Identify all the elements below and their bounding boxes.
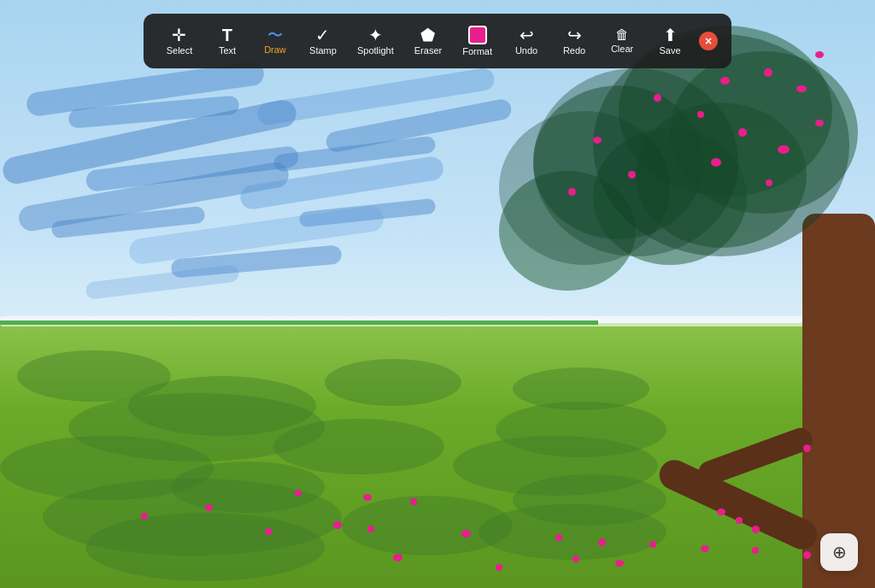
stamp-tool-button[interactable]: ✓ Stamp bbox=[301, 21, 345, 61]
format-tool-button[interactable]: Format bbox=[454, 21, 501, 62]
undo-label: Undo bbox=[515, 45, 537, 56]
fab-icon: ⊕ bbox=[832, 542, 847, 562]
spotlight-tool-button[interactable]: ✦ Spotlight bbox=[349, 21, 402, 61]
clear-label: Clear bbox=[611, 44, 633, 54]
spotlight-tool-label: Spotlight bbox=[357, 45, 394, 56]
spotlight-icon: ✦ bbox=[368, 26, 383, 44]
draw-tool-label: Draw bbox=[264, 44, 286, 55]
select-tool-button[interactable]: ✛ Select bbox=[157, 21, 202, 61]
eraser-icon: ⬟ bbox=[420, 26, 435, 44]
redo-button[interactable]: ↪ Redo bbox=[552, 21, 596, 61]
canvas-area[interactable] bbox=[0, 0, 875, 588]
draw-tool-button[interactable]: 〜 Draw bbox=[253, 22, 297, 60]
select-icon: ✛ bbox=[172, 26, 186, 44]
select-tool-label: Select bbox=[167, 45, 193, 56]
redo-label: Redo bbox=[563, 45, 585, 56]
text-icon: T bbox=[222, 26, 232, 44]
draw-icon: 〜 bbox=[267, 27, 283, 43]
stamp-icon: ✓ bbox=[315, 26, 330, 44]
text-tool-label: Text bbox=[219, 45, 236, 56]
eraser-tool-label: Eraser bbox=[414, 45, 442, 56]
toolbar: ✛ Select T Text 〜 Draw ✓ Stamp ✦ Spotlig… bbox=[144, 14, 731, 68]
fab-button[interactable]: ⊕ bbox=[820, 533, 858, 571]
eraser-tool-button[interactable]: ⬟ Eraser bbox=[406, 21, 450, 61]
tree-branch-2 bbox=[695, 425, 815, 488]
trash-icon: 🗑 bbox=[615, 28, 629, 42]
stamp-tool-label: Stamp bbox=[309, 45, 337, 56]
ground-line bbox=[0, 320, 598, 338]
undo-icon: ↩ bbox=[520, 26, 534, 44]
save-button[interactable]: ⬆ Save bbox=[648, 21, 692, 61]
save-label: Save bbox=[659, 45, 680, 56]
redo-icon: ↪ bbox=[567, 26, 582, 44]
text-tool-button[interactable]: T Text bbox=[205, 21, 250, 61]
clear-button[interactable]: 🗑 Clear bbox=[600, 23, 644, 59]
undo-button[interactable]: ↩ Undo bbox=[504, 21, 549, 61]
format-color-swatch bbox=[468, 26, 487, 44]
close-button[interactable]: × bbox=[699, 32, 718, 50]
save-icon: ⬆ bbox=[663, 26, 678, 44]
format-tool-label: Format bbox=[462, 46, 492, 56]
